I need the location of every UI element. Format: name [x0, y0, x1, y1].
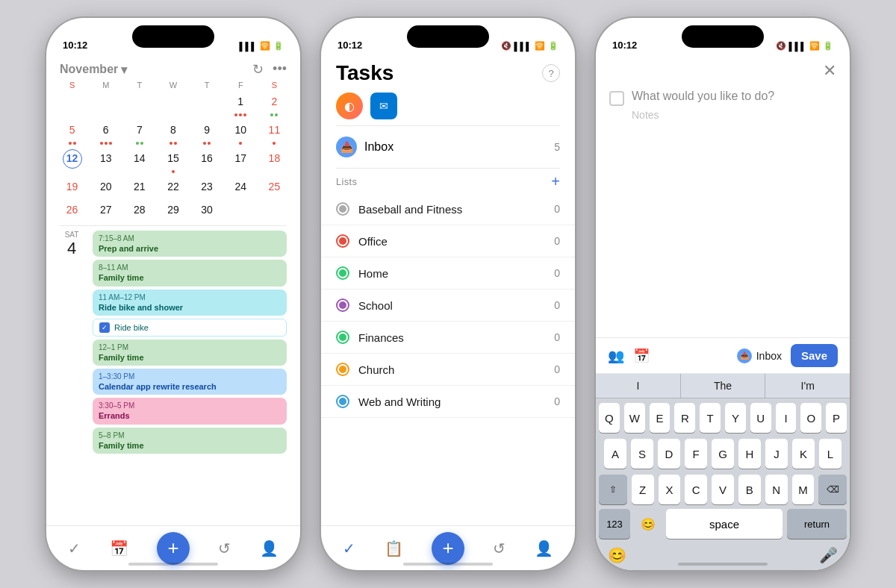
key-123[interactable]: 123	[599, 509, 630, 539]
suggestion-im[interactable]: I'm	[765, 374, 850, 398]
month-title[interactable]: November ▾	[60, 63, 127, 77]
cal-day-9[interactable]: 9	[190, 119, 224, 147]
event-ride-bike-inline[interactable]: ✓ Ride bike	[93, 319, 287, 337]
nav-profile-2[interactable]: 👤	[535, 539, 553, 557]
cal-day-13[interactable]: 13	[89, 148, 122, 175]
mic-icon[interactable]: 🎤	[819, 546, 838, 564]
key-q[interactable]: Q	[599, 403, 620, 433]
more-icon[interactable]: •••	[273, 61, 287, 78]
key-z[interactable]: Z	[632, 475, 654, 504]
cal-day-24[interactable]: 24	[224, 176, 258, 198]
cal-day-6[interactable]: 6	[89, 119, 122, 147]
list-item-home[interactable]: Home 0	[321, 257, 575, 290]
key-t[interactable]: T	[700, 403, 721, 433]
list-item-office[interactable]: Office 0	[321, 225, 575, 257]
cal-day-5[interactable]: 5	[55, 119, 89, 147]
key-d[interactable]: D	[658, 439, 680, 469]
key-j[interactable]: J	[765, 439, 788, 469]
cal-day-2[interactable]: 2	[258, 91, 291, 119]
key-u[interactable]: U	[750, 403, 771, 433]
close-button[interactable]: ✕	[823, 61, 836, 81]
fab-add-button-2[interactable]: +	[432, 532, 464, 565]
nav-lists[interactable]: 📋	[385, 539, 403, 557]
cal-day-29[interactable]: 29	[156, 199, 190, 222]
suggestion-i[interactable]: I	[596, 374, 681, 398]
cal-day-20[interactable]: 20	[89, 176, 122, 198]
cal-day-17[interactable]: 17	[224, 148, 258, 175]
cal-day-18[interactable]: 18	[258, 148, 291, 175]
shift-key[interactable]: ⇧	[599, 475, 627, 504]
event-prep-arrive[interactable]: 7:15–8 AM Prep and arrive	[93, 231, 287, 257]
emoji-key[interactable]: 😊	[635, 509, 662, 539]
list-item-church[interactable]: Church 0	[321, 354, 575, 386]
cal-day-10[interactable]: 10	[224, 119, 258, 147]
key-f[interactable]: F	[685, 439, 707, 469]
cal-day-21[interactable]: 21	[122, 176, 156, 198]
nav-calendar[interactable]: 📅	[110, 539, 128, 557]
key-l[interactable]: L	[819, 439, 841, 469]
task-notes-input[interactable]: Notes	[632, 109, 836, 121]
delete-key[interactable]: ⌫	[818, 475, 847, 504]
key-p[interactable]: P	[826, 403, 847, 433]
list-item-finances[interactable]: Finances 0	[321, 322, 575, 354]
list-item-baseball[interactable]: Baseball and Fitness 0	[321, 193, 575, 225]
cal-day-7[interactable]: 7	[122, 119, 156, 147]
event-family-time-2[interactable]: 12–1 PM Family time	[93, 340, 287, 366]
nav-refresh[interactable]: ↺	[218, 539, 231, 557]
cal-day-1[interactable]: 1	[224, 91, 258, 119]
key-o[interactable]: O	[800, 403, 821, 433]
help-icon[interactable]: ?	[542, 64, 560, 82]
app-icon-outlook[interactable]: ✉	[370, 93, 397, 119]
refresh-icon[interactable]: ↻	[252, 61, 264, 78]
nav-profile[interactable]: 👤	[260, 539, 279, 557]
nav-tasks-2[interactable]: ✓	[343, 539, 355, 557]
event-family-time-1[interactable]: 8–11 AM Family time	[93, 260, 287, 286]
key-s[interactable]: S	[631, 439, 653, 469]
space-key[interactable]: space	[666, 509, 783, 539]
task-checkbox[interactable]	[609, 91, 624, 106]
cal-day-22[interactable]: 22	[156, 176, 190, 198]
cal-day-23[interactable]: 23	[190, 176, 224, 198]
cal-day-30[interactable]: 30	[190, 199, 224, 222]
nav-refresh-2[interactable]: ↺	[493, 539, 505, 557]
event-calendar-research[interactable]: 1–3:30 PM Calendar app rewrite research	[93, 369, 287, 395]
calendar-icon-3[interactable]: 📅	[633, 348, 650, 364]
key-g[interactable]: G	[712, 439, 734, 469]
key-m[interactable]: M	[792, 475, 815, 504]
cal-day-11[interactable]: 11	[258, 119, 291, 147]
key-h[interactable]: H	[738, 439, 761, 469]
key-i[interactable]: I	[776, 403, 797, 433]
event-family-time-3[interactable]: 5–8 PM Family time	[93, 428, 287, 454]
event-errands[interactable]: 3:30–5 PM Errands	[93, 398, 287, 424]
list-item-web[interactable]: Web and Writing 0	[321, 386, 575, 418]
suggestion-the[interactable]: The	[681, 374, 766, 398]
emoji-icon[interactable]: 😊	[608, 546, 626, 564]
key-k[interactable]: K	[792, 439, 815, 469]
key-c[interactable]: C	[685, 475, 707, 504]
list-item-school[interactable]: School 0	[321, 290, 575, 322]
task-title-input[interactable]: What would you like to do?	[632, 90, 836, 103]
cal-day-27[interactable]: 27	[89, 199, 122, 222]
event-ride-bike-shower[interactable]: 11 AM–12 PM Ride bike and shower	[93, 290, 287, 316]
inbox-row[interactable]: 📥 Inbox 5	[321, 126, 575, 168]
fab-add-button[interactable]: +	[157, 532, 190, 565]
cal-day-15[interactable]: 15	[156, 148, 190, 175]
people-icon[interactable]: 👥	[608, 348, 624, 364]
key-a[interactable]: A	[604, 439, 626, 469]
cal-day-28[interactable]: 28	[122, 199, 156, 222]
cal-day-26[interactable]: 26	[55, 199, 89, 222]
cal-day-14[interactable]: 14	[122, 148, 156, 175]
app-icon-todoist[interactable]: ◐	[336, 93, 363, 119]
key-n[interactable]: N	[765, 475, 788, 504]
cal-day-25[interactable]: 25	[258, 176, 291, 198]
cal-day-16[interactable]: 16	[190, 148, 224, 175]
inbox-selector[interactable]: 📥 Inbox	[737, 348, 782, 363]
return-key[interactable]: return	[787, 509, 847, 539]
save-button[interactable]: Save	[791, 344, 838, 367]
nav-tasks[interactable]: ✓	[68, 539, 81, 557]
key-y[interactable]: Y	[725, 403, 746, 433]
cal-day-8[interactable]: 8	[156, 119, 190, 147]
key-e[interactable]: E	[650, 403, 671, 433]
key-v[interactable]: V	[712, 475, 734, 504]
key-r[interactable]: R	[674, 403, 695, 433]
